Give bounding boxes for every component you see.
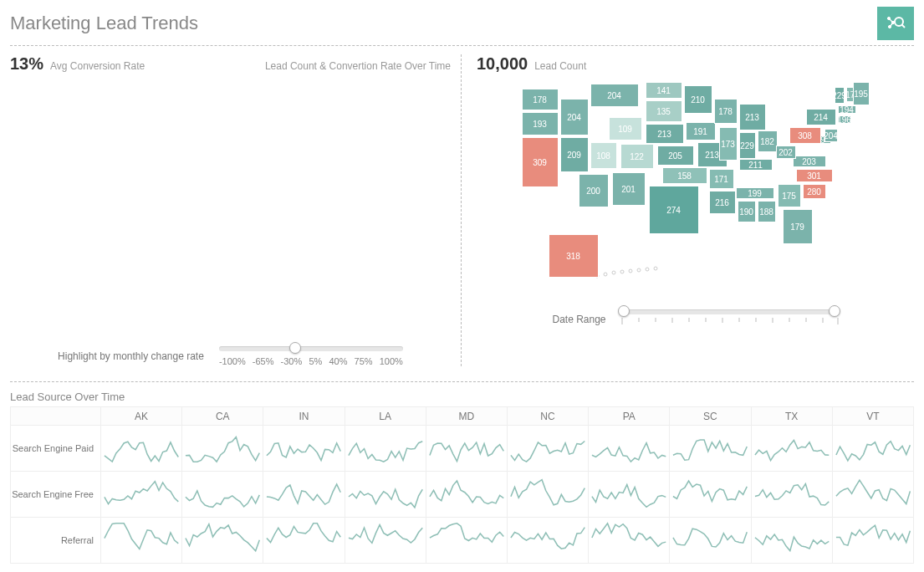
sparkline-cell[interactable] [832,426,913,472]
state-OR[interactable]: 193 [522,112,559,135]
state-WY[interactable]: 109 [609,117,642,140]
sparkline-cell[interactable] [670,426,751,472]
state-SC[interactable]: 280 [803,184,826,199]
sparkline-cell[interactable] [832,472,913,518]
state-CO[interactable]: 122 [620,144,654,169]
rowlabel: Search Engine Paid [11,426,101,472]
sparkline-cell[interactable] [345,518,426,564]
date-range-handle-end[interactable] [829,305,840,317]
state-IL[interactable]: 173 [719,127,738,161]
sparkline-cell[interactable] [426,518,507,564]
state-OH[interactable]: 182 [758,130,778,152]
sparkline-cell[interactable] [426,426,507,472]
state-UT[interactable]: 108 [590,142,617,169]
sparkline-cell[interactable] [832,518,913,564]
state-TX[interactable]: 274 [649,186,699,234]
state-NC[interactable]: 301 [796,169,833,182]
col-TX[interactable]: TX [751,407,832,426]
change-rate-slider[interactable]: -100%-65%-30%5%40%75%100% [219,346,403,366]
state-WA[interactable]: 178 [522,89,559,110]
change-rate-slider-label: Highlight by monthly change rate [58,350,204,362]
sparkline-cell[interactable] [589,472,670,518]
sparkline-cell[interactable] [751,472,832,518]
col-CA[interactable]: CA [182,407,263,426]
state-AZ[interactable]: 200 [579,174,609,207]
state-ID[interactable]: 204 [560,99,589,135]
state-MN[interactable]: 210 [684,85,712,114]
state-PA[interactable]: 308 [789,127,821,144]
us-lead-map[interactable]: 3181781933092092041082002041091222011411… [512,82,880,299]
sparkline-cell[interactable] [345,472,426,518]
sparkline-cell[interactable] [751,518,832,564]
sparkline-cell[interactable] [507,426,588,472]
state-NH[interactable]: 229 [835,87,845,104]
state-MS[interactable]: 190 [738,201,756,222]
state-KS[interactable]: 205 [657,146,694,166]
svg-point-58 [612,271,615,274]
sparkline-cell[interactable] [507,518,588,564]
col-IN[interactable]: IN [263,407,345,426]
sparkline-cell[interactable] [263,472,345,518]
state-IA[interactable]: 191 [686,122,716,140]
state-MT[interactable]: 204 [590,84,639,107]
state-WV[interactable]: 202 [776,146,796,159]
state-NY[interactable]: 214 [806,109,836,125]
sparkline-cell[interactable] [670,518,751,564]
sparkline-cell[interactable] [182,426,263,472]
state-AK[interactable]: 318 [549,234,599,278]
date-range-slider[interactable] [621,309,839,329]
state-VA[interactable]: 203 [793,156,826,167]
date-range-handle-start[interactable] [618,305,630,317]
state-ND[interactable]: 141 [646,82,682,99]
sparkline-cell[interactable] [507,472,588,518]
state-TN[interactable]: 199 [736,187,774,199]
col-NC[interactable]: NC [507,407,588,426]
sparkline-cell[interactable] [426,472,507,518]
col-MD[interactable]: MD [426,407,507,426]
sparkline-cell[interactable] [345,426,426,472]
state-FL[interactable]: 179 [783,209,813,244]
left-chart-subtitle: Lead Count & Convertion Rate Over Time [265,60,451,72]
col-LA[interactable]: LA [345,407,426,426]
sparkline-cell[interactable] [101,426,182,472]
state-MA[interactable]: 194 [838,105,856,114]
state-CT[interactable]: 196 [838,115,851,124]
col-PA[interactable]: PA [589,407,670,426]
state-NM[interactable]: 201 [612,172,646,206]
svg-point-59 [620,270,624,273]
state-GA[interactable]: 175 [778,184,801,207]
sparkline-cell[interactable] [182,472,263,518]
state-AL[interactable]: 188 [758,201,776,222]
lead-conversion-chart[interactable] [10,82,451,336]
state-NJ[interactable]: 204 [824,129,838,142]
sparkline-cell[interactable] [263,426,345,472]
change-rate-slider-handle[interactable] [289,342,301,354]
col-AK[interactable]: AK [101,407,182,426]
sparkline-cell[interactable] [751,426,832,472]
sparkline-cell[interactable] [101,472,182,518]
state-NV[interactable]: 209 [560,137,589,172]
col-SC[interactable]: SC [670,407,751,426]
state-ME[interactable]: 195 [853,82,870,105]
sparkline-cell[interactable] [589,426,670,472]
state-MI[interactable]: 213 [739,104,766,130]
state-NE[interactable]: 213 [646,124,684,144]
svg-point-61 [637,268,641,272]
state-IN[interactable]: 229 [739,132,756,159]
sparkline-cell[interactable] [182,518,263,564]
state-WI[interactable]: 178 [714,99,738,124]
sparkline-cell[interactable] [101,518,182,564]
date-range-ticks [621,318,839,326]
state-LA[interactable]: 216 [709,191,736,214]
state-AR[interactable]: 171 [709,169,734,189]
sparkline-cell[interactable] [670,472,751,518]
state-CA[interactable]: 309 [522,137,559,187]
sparkline-cell[interactable] [263,518,345,564]
state-OK[interactable]: 158 [662,167,707,184]
state-KY[interactable]: 211 [739,159,773,171]
sparkline-cell[interactable] [589,518,670,564]
col-VT[interactable]: VT [832,407,913,426]
analyze-button[interactable] [877,7,914,40]
rowlabel: Search Engine Free [11,472,101,518]
state-SD[interactable]: 135 [646,100,682,122]
